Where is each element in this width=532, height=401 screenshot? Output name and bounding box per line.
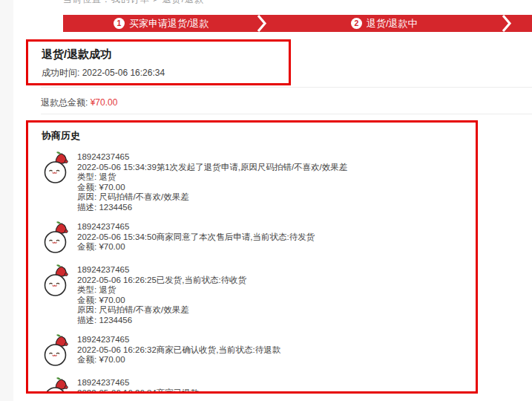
mascot-avatar-icon — [42, 221, 71, 255]
refund-success-time: 成功时间: 2022-05-06 16:26:34 — [42, 67, 289, 79]
history-line: 2022-05-06 15:34:39第1次发起了退货申请,原因尺码拍错/不喜欢… — [77, 163, 347, 173]
history-line: 金额: ¥70.00 — [77, 355, 280, 365]
history-user: 18924237465 — [77, 335, 280, 345]
step-refund-in-progress: 2 退货/退款中 — [351, 15, 418, 32]
history-user: 18924237465 — [77, 152, 347, 163]
history-entry: 18924237465 2022-05-06 16:26:34商家已退款 金额:… — [42, 377, 468, 394]
history-entry: 18924237465 2022-05-06 15:34:50商家同意了本次售后… — [42, 221, 468, 255]
negotiation-history-title: 协商历史 — [42, 129, 468, 143]
refund-progress-stepper: 1 买家申请退货/退款 2 退货/退款中 — [63, 15, 532, 32]
history-line: 金额: ¥70.00 — [77, 242, 315, 252]
mascot-avatar-icon — [42, 377, 71, 394]
history-line: 2022-05-06 16:26:34商家已退款 — [77, 388, 199, 394]
refund-success-highlight-box: 退货/退款成功 成功时间: 2022-05-06 16:26:34 — [26, 39, 291, 85]
history-user: 18924237465 — [77, 222, 315, 232]
section-divider — [41, 114, 532, 114]
history-line: 2022-05-06 15:34:50商家同意了本次售后申请,当前状态:待发货 — [77, 232, 315, 243]
step-number-badge: 2 — [351, 18, 362, 29]
negotiation-history-highlight-box: 协商历史 18924237465 2022-05-06 15:34:39第1次发… — [26, 120, 478, 394]
mascot-avatar-icon — [42, 334, 71, 368]
history-line: 原因: 尺码拍错/不喜欢/效果差 — [77, 305, 246, 316]
history-line: 描述: 1234456 — [77, 316, 246, 326]
history-entry: 18924237465 2022-05-06 16:26:32商家已确认收货,当… — [42, 334, 468, 368]
refund-total-row: 退款总金额: ¥70.00 — [41, 97, 117, 109]
mascot-avatar-icon — [42, 264, 71, 299]
breadcrumb[interactable]: 当前位置：我的订单 > 退货/退款 — [63, 0, 375, 4]
section-divider — [41, 87, 532, 88]
step-buyer-apply: 1 买家申请退货/退款 — [114, 15, 209, 32]
history-line: 类型: 退货 — [77, 285, 246, 296]
breadcrumb-text[interactable]: 当前位置：我的订单 > 退货/退款 — [63, 0, 375, 4]
history-line: 金额: ¥70.00 — [77, 183, 347, 193]
history-entry: 18924237465 2022-05-06 16:26:25已发货,当前状态:… — [42, 264, 468, 325]
history-line: 类型: 退货 — [77, 172, 347, 183]
refund-total-label: 退款总金额: — [41, 97, 88, 108]
step-label: 退货/退款中 — [367, 17, 418, 30]
history-line: 描述: 1234456 — [77, 203, 347, 213]
refund-status-title: 退货/退款成功 — [42, 48, 289, 62]
history-line: 2022-05-06 16:26:25已发货,当前状态:待收货 — [77, 276, 246, 286]
history-user: 18924237465 — [77, 378, 199, 388]
mascot-avatar-icon — [42, 151, 71, 186]
history-line: 金额: ¥70.00 — [77, 296, 246, 306]
history-line: 原因: 尺码拍错/不喜欢/效果差 — [77, 192, 347, 203]
history-entry: 18924237465 2022-05-06 15:34:39第1次发起了退货申… — [42, 151, 468, 212]
step-arrow-icon — [257, 15, 267, 32]
step-arrow-icon — [502, 15, 512, 32]
step-number-badge: 1 — [114, 18, 125, 29]
step-label: 买家申请退货/退款 — [129, 17, 209, 30]
history-line: 2022-05-06 16:26:32商家已确认收货,当前状态:待退款 — [77, 345, 280, 356]
refund-total-amount: ¥70.00 — [91, 97, 118, 108]
history-user: 18924237465 — [77, 265, 246, 276]
page-left-gutter — [0, 0, 13, 401]
